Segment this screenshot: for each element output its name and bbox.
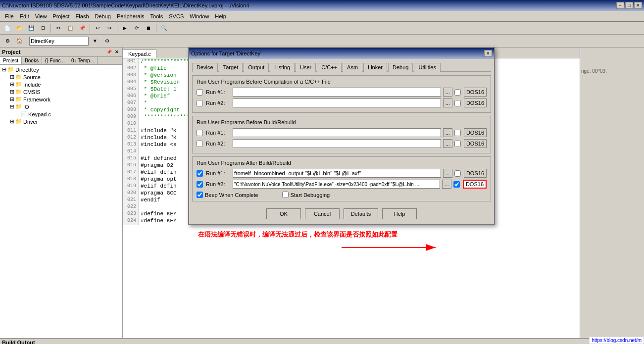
section3-run2-dos16-check[interactable] xyxy=(453,181,460,188)
section2-run1-browse-btn[interactable]: ... xyxy=(443,128,452,137)
section2-run1-label: Run #1: xyxy=(206,130,231,136)
tab-asm[interactable]: Asm xyxy=(343,63,362,72)
help-button[interactable]: Help xyxy=(382,208,417,219)
section2-run2-dos16-check[interactable] xyxy=(454,141,461,147)
section3-run2-check[interactable] xyxy=(197,181,203,188)
section1-run1-row: Run #1: ... DOS16 xyxy=(197,88,487,97)
section1-run1-label: Run #1: xyxy=(206,89,231,95)
section2-run2-dos16-btn[interactable]: DOS16 xyxy=(464,139,487,148)
section3-run1-dos16-btn[interactable]: DOS16 xyxy=(464,169,487,178)
dialog-close-button[interactable]: ✕ xyxy=(484,50,492,57)
tab-device[interactable]: Device xyxy=(192,63,218,72)
section2-run1-dos16-check[interactable] xyxy=(454,130,461,136)
start-debugging-label: Start Debugging xyxy=(291,192,330,198)
section3-run1-input[interactable] xyxy=(233,169,441,178)
tab-listing[interactable]: Listing xyxy=(270,63,295,72)
section3-title: Run User Programs After Build/Rebuild xyxy=(197,160,487,166)
beep-complete-check[interactable] xyxy=(197,192,203,198)
section1-run2-browse-btn[interactable]: ... xyxy=(443,98,452,107)
dialog-footer: OK Cancel Defaults Help xyxy=(192,204,491,221)
tab-cpp[interactable]: C/C++ xyxy=(317,63,342,72)
tab-utilities[interactable]: Utilities xyxy=(414,63,440,72)
section1-run2-row: Run #2: ... DOS16 xyxy=(197,98,487,107)
defaults-button[interactable]: Defaults xyxy=(344,208,378,219)
section2-run2-input[interactable] xyxy=(233,139,441,148)
dialog-tabs: Device Target Output Listing User C/C++ … xyxy=(192,62,491,72)
section2-run1-row: Run #1: ... DOS16 xyxy=(197,128,487,137)
section-before-build: Run User Programs Before Build/Rebuild R… xyxy=(192,116,491,153)
section2-run2-label: Run #2: xyxy=(206,141,231,147)
section2-run1-dos16-btn[interactable]: DOS16 xyxy=(464,128,487,137)
section-after-build: Run User Programs After Build/Rebuild Ru… xyxy=(192,156,491,201)
section1-run1-browse-btn[interactable]: ... xyxy=(443,88,452,97)
dialog-overlay: Options for Target 'DirectKey' ✕ Device … xyxy=(0,0,644,344)
tab-user[interactable]: User xyxy=(296,63,316,72)
dialog-title-bar: Options for Target 'DirectKey' ✕ xyxy=(189,48,494,59)
section1-run2-label: Run #2: xyxy=(206,100,231,106)
section3-run2-row: Run #2: ... DOS16 xyxy=(197,180,487,189)
beep-complete-label: Beep When Complete xyxy=(205,192,258,198)
section1-run1-input[interactable] xyxy=(233,88,441,97)
section3-run1-label: Run #1: xyxy=(206,170,231,176)
section1-run2-check[interactable] xyxy=(197,100,203,106)
cancel-button[interactable]: Cancel xyxy=(305,208,340,219)
section3-run1-browse-btn[interactable]: ... xyxy=(443,169,452,178)
tab-linker[interactable]: Linker xyxy=(363,63,387,72)
section1-title: Run User Programs Before Compilation of … xyxy=(197,79,487,85)
section1-run1-dos16-btn[interactable]: DOS16 xyxy=(464,88,487,97)
section2-run2-check[interactable] xyxy=(197,141,203,147)
section1-run2-dos16-check[interactable] xyxy=(454,100,461,106)
dialog-title-text: Options for Target 'DirectKey' xyxy=(191,50,261,56)
annotation-text: 在语法编译无错误时，编译无法通过后，检查该界面是否按照如此配置 xyxy=(198,230,397,239)
section3-run1-row: Run #1: ... DOS16 xyxy=(197,169,487,178)
section3-run1-check[interactable] xyxy=(197,170,203,177)
section3-run1-dos16-check[interactable] xyxy=(454,170,461,177)
section2-run1-check[interactable] xyxy=(197,130,203,136)
arrow-svg xyxy=(337,238,446,257)
section3-run2-browse-btn[interactable]: ... xyxy=(442,180,451,189)
dialog-body: Device Target Output Listing User C/C++ … xyxy=(189,59,494,224)
section2-run1-input[interactable] xyxy=(233,128,441,137)
section3-run2-dos16-btn[interactable]: DOS16 xyxy=(463,180,487,189)
section2-title: Run User Programs Before Build/Rebuild xyxy=(197,119,487,125)
section1-run1-dos16-check[interactable] xyxy=(454,89,461,96)
section-before-compile: Run User Programs Before Compilation of … xyxy=(192,75,491,113)
section1-run1-check[interactable] xyxy=(197,89,203,96)
section3-run2-input[interactable] xyxy=(233,180,440,189)
annotation-arrow xyxy=(337,238,446,258)
start-debugging-check[interactable] xyxy=(282,192,289,198)
options-row: Beep When Complete Start Debugging xyxy=(197,192,487,198)
section2-run2-row: Run #2: ... DOS16 xyxy=(197,139,487,148)
options-dialog: Options for Target 'DirectKey' ✕ Device … xyxy=(188,47,495,225)
ok-button[interactable]: OK xyxy=(266,208,301,219)
section2-run2-browse-btn[interactable]: ... xyxy=(443,139,452,148)
tab-output[interactable]: Output xyxy=(244,63,269,72)
section3-run2-label: Run #2: xyxy=(206,181,231,187)
section1-run2-input[interactable] xyxy=(233,98,441,107)
tab-debug[interactable]: Debug xyxy=(388,63,413,72)
tab-target[interactable]: Target xyxy=(219,63,243,72)
section1-run2-dos16-btn[interactable]: DOS16 xyxy=(464,98,487,107)
